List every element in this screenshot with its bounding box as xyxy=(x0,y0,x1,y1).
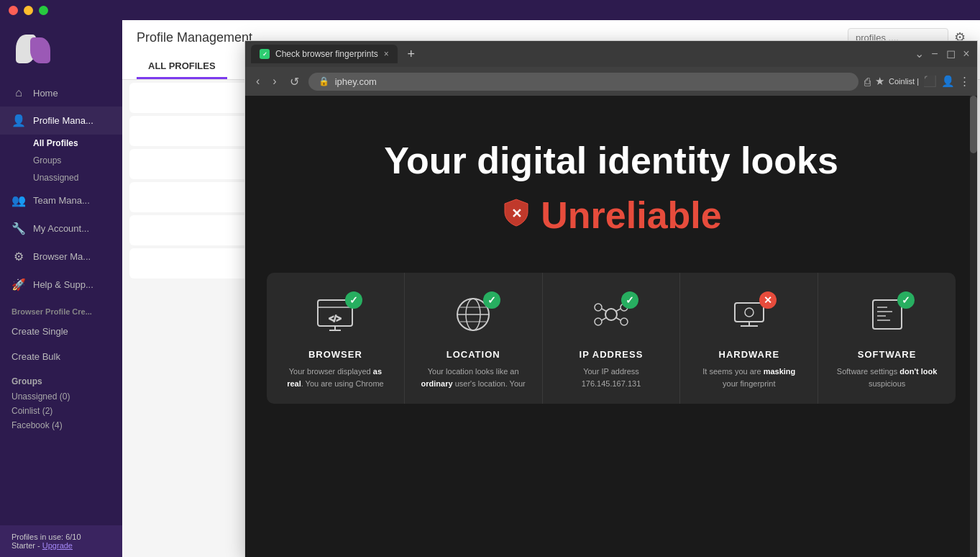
sidebar-label-account: My Account... xyxy=(33,223,89,234)
refresh-button[interactable]: ↺ xyxy=(286,73,303,90)
home-icon: ⌂ xyxy=(12,86,26,99)
browser-tab[interactable]: ✓ Check browser fingerprints × xyxy=(251,45,398,63)
close-button[interactable] xyxy=(9,6,18,15)
svg-line-18 xyxy=(602,317,607,320)
sidebar-subitem-groups[interactable]: Groups xyxy=(33,152,122,169)
groups-section: Groups Unassigned (0) Coinlist (2) Faceb… xyxy=(0,369,122,437)
location-status-badge: ✓ xyxy=(483,291,500,309)
fp-icon-wrapper-hardware: ✕ xyxy=(729,294,769,338)
fp-card-software: ✓ SOFTWARE Software settings don't look … xyxy=(818,273,956,404)
svg-line-16 xyxy=(602,309,607,312)
create-single-button[interactable]: Create Single xyxy=(0,319,122,344)
sidebar-nav: ⌂ Home 👤 Profile Mana... All Profiles Gr… xyxy=(0,79,122,525)
help-icon: 🚀 xyxy=(12,278,26,291)
bookmark-icon[interactable]: ★ xyxy=(875,75,884,88)
browser-expand-icon[interactable]: ⌄ xyxy=(914,49,924,59)
fp-card-title-browser: BROWSER xyxy=(281,349,390,360)
browser-window: ✓ Check browser fingerprints × + ⌄ − ◻ ×… xyxy=(244,40,978,557)
url-text: iphey.com xyxy=(335,76,377,87)
browser-titlebar: ✓ Check browser fingerprints × + ⌄ − ◻ × xyxy=(245,41,977,67)
fp-card-desc-location: Your location looks like an ordinary use… xyxy=(419,366,528,389)
fp-card-browser: </> ✓ BROWSER Your browser displayed as … xyxy=(267,273,405,404)
svg-line-17 xyxy=(615,309,620,312)
coinlist-bookmark: Coinlist | xyxy=(889,77,919,86)
minimize-button[interactable] xyxy=(24,6,33,15)
fp-icon-wrapper-ip: ✓ xyxy=(591,294,631,338)
maximize-button[interactable] xyxy=(39,6,48,15)
fp-card-desc-software: Software settings don't look suspicious xyxy=(833,366,941,389)
new-tab-button[interactable]: + xyxy=(402,45,421,63)
lock-icon: 🔒 xyxy=(319,76,329,86)
main-content: Profile Management ⚙ ALL PROFILES Stop ⋮… xyxy=(122,20,980,557)
browser-icon: ⚙ xyxy=(12,250,26,263)
sidebar-label-help: Help & Supp... xyxy=(33,279,93,290)
profile-icon[interactable]: 👤 xyxy=(941,75,955,88)
svg-point-15 xyxy=(620,318,628,325)
browser-status-badge: ✓ xyxy=(345,291,362,309)
browser-navbar: ‹ › ↺ 🔒 iphey.com ⎙ ★ Coinlist | ⬛ 👤 ⋮ xyxy=(245,67,977,96)
fp-card-title-ip: IP ADDRESS xyxy=(557,349,666,360)
sidebar-label-team: Team Mana... xyxy=(33,195,90,206)
svg-point-14 xyxy=(595,318,602,325)
svg-rect-20 xyxy=(735,303,764,322)
tab-favicon-icon: ✓ xyxy=(260,49,270,59)
fp-card-title-hardware: HARDWARE xyxy=(695,349,803,360)
sidebar-subnav: All Profiles Groups Unassigned xyxy=(0,135,122,186)
hero-status: ✕ Unreliable xyxy=(260,194,963,237)
share-icon[interactable]: ⎙ xyxy=(864,76,871,88)
svg-line-19 xyxy=(615,317,620,320)
create-bulk-label: Create Bulk xyxy=(12,351,60,362)
title-bar xyxy=(0,0,980,20)
upgrade-link[interactable]: Upgrade xyxy=(42,541,73,550)
ip-status-badge: ✓ xyxy=(621,291,638,309)
software-status-badge: ✓ xyxy=(897,291,915,309)
groups-title: Groups xyxy=(12,373,111,389)
fp-card-ip: ✓ IP ADDRESS Your IP address 176.145.167… xyxy=(543,273,681,404)
group-item-coinlist[interactable]: Coinlist (2) xyxy=(12,404,111,418)
browser-restore-icon[interactable]: ◻ xyxy=(945,49,956,59)
status-text: Unreliable xyxy=(541,194,721,237)
navbar-right-icons: ⎙ ★ Coinlist | ⬛ 👤 ⋮ xyxy=(864,75,970,88)
create-section-label: Browser Profile Cre... xyxy=(0,299,122,319)
sidebar-label-profile: Profile Mana... xyxy=(33,115,93,126)
svg-text:</>: </> xyxy=(329,314,342,324)
sidebar-item-profile[interactable]: 👤 Profile Mana... xyxy=(0,107,122,135)
scrollbar-thumb xyxy=(970,96,977,153)
group-item-facebook[interactable]: Facebook (4) xyxy=(12,418,111,433)
extension-icon[interactable]: ⬛ xyxy=(923,75,937,88)
plan-info: Starter - Upgrade xyxy=(12,541,111,550)
create-bulk-button[interactable]: Create Bulk xyxy=(0,344,122,369)
tab-close-button[interactable]: × xyxy=(384,49,389,59)
group-item-unassigned[interactable]: Unassigned (0) xyxy=(12,389,111,404)
forward-button[interactable]: › xyxy=(269,73,280,89)
sidebar-item-browser[interactable]: ⚙ Browser Ma... xyxy=(0,243,122,271)
fp-icon-wrapper-location: ✓ xyxy=(453,294,493,338)
sidebar-subitem-unassigned[interactable]: Unassigned xyxy=(33,169,122,186)
sidebar-item-home[interactable]: ⌂ Home xyxy=(0,79,122,107)
sidebar-subitem-allprofiles[interactable]: All Profiles xyxy=(33,135,122,152)
browser-close-icon[interactable]: × xyxy=(961,49,971,59)
sidebar-label-home: Home xyxy=(33,88,58,99)
fp-card-desc-hardware: It seems you are masking your fingerprin… xyxy=(695,366,803,389)
browser-minimize-icon[interactable]: − xyxy=(930,49,940,59)
fp-card-location: ✓ LOCATION Your location looks like an o… xyxy=(405,273,543,404)
back-button[interactable]: ‹ xyxy=(252,73,263,89)
svg-point-21 xyxy=(745,308,754,317)
svg-point-12 xyxy=(595,304,602,311)
profile-icon: 👤 xyxy=(12,114,26,127)
fp-icon-wrapper-browser: </> ✓ xyxy=(315,294,355,338)
fp-card-desc-browser: Your browser displayed as real. You are … xyxy=(281,366,390,389)
fp-icon-wrapper-software: ✓ xyxy=(867,294,907,338)
sidebar-item-team[interactable]: 👥 Team Mana... xyxy=(0,186,122,214)
svg-point-11 xyxy=(605,309,617,320)
address-bar[interactable]: 🔒 iphey.com xyxy=(308,73,858,91)
tab-all-profiles[interactable]: ALL PROFILES xyxy=(137,55,227,79)
scrollbar[interactable] xyxy=(970,96,977,557)
sidebar-item-account[interactable]: 🔧 My Account... xyxy=(0,214,122,243)
fp-card-desc-ip: Your IP address 176.145.167.131 xyxy=(557,366,666,389)
fp-card-hardware: ✕ HARDWARE It seems you are masking your… xyxy=(680,273,818,404)
menu-icon[interactable]: ⋮ xyxy=(959,75,970,88)
sidebar-item-help[interactable]: 🚀 Help & Supp... xyxy=(0,271,122,299)
hero-title: Your digital identity looks xyxy=(260,139,963,182)
shield-fail-icon: ✕ xyxy=(500,196,532,235)
